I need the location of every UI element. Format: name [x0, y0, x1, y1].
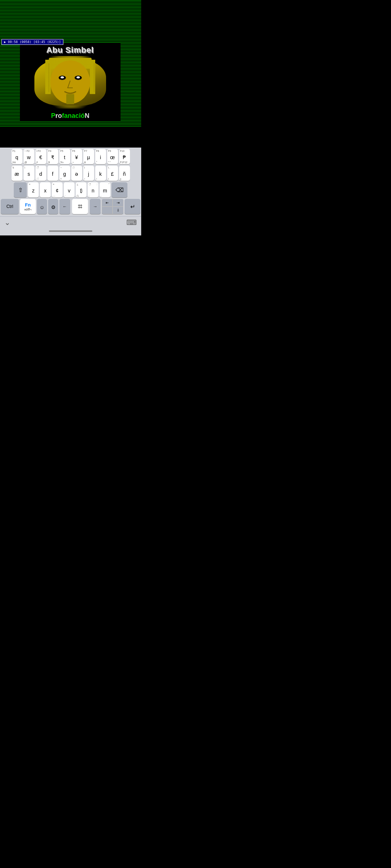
right-arrow-key[interactable]: →	[90, 199, 101, 214]
fn-label: Fn	[25, 202, 31, 208]
key-m[interactable]: " m ,	[100, 182, 110, 197]
svg-point-6	[60, 76, 64, 78]
shift-key[interactable]: ⇧	[14, 182, 27, 197]
game-title: Abu Simbel	[20, 46, 121, 55]
nav-cluster[interactable]: ⇤ ⇥ ⇩	[102, 199, 123, 214]
game-image[interactable]: Abu Simbel	[20, 43, 121, 121]
spacebar[interactable]: ⌗	[72, 199, 88, 214]
svg-rect-2	[90, 60, 95, 94]
nav-pgup[interactable]	[102, 207, 113, 214]
key-f[interactable]: f	[47, 166, 58, 181]
ctrl-key[interactable]: Ctrl	[1, 199, 19, 214]
status-bar: ▶ 00:58 (0058) [03:45 (0225)]	[1, 39, 63, 45]
return-key[interactable]: ↵	[125, 199, 140, 214]
settings-key[interactable]: ⚙	[48, 199, 58, 214]
subtitle-p: P	[51, 112, 55, 119]
keyboard-row-3: ⇧ « z x » ¢ … v · ¿ ₿ /¿ ◌̃ : n ;	[1, 182, 140, 197]
fn-bottom-label: πλ∇¬	[24, 208, 31, 211]
key-k[interactable]: k ›	[95, 166, 106, 181]
key-r-rupee[interactable]: F4 ₹ $	[47, 149, 58, 164]
keyboard-row-4: Ctrl Fn πλ∇¬ ☺ ⚙ ← ⌗ → ⇤ ⇥ ⇩ ↵	[1, 199, 140, 214]
ctrl-label: Ctrl	[7, 204, 13, 209]
fn-key[interactable]: Fn πλ∇¬	[20, 199, 36, 214]
key-i[interactable]: F8 i °	[95, 149, 106, 164]
key-y-yen[interactable]: F6 ¥ ¬	[71, 149, 82, 164]
keyboard-row-1: F1 q Ins ~ F2 w @ i F3 € # F4 ₹ $ F5 t %…	[1, 149, 140, 164]
key-d[interactable]: ◌̊ d ◌́	[35, 166, 46, 181]
svg-rect-8	[66, 94, 74, 104]
svg-point-7	[76, 76, 80, 78]
key-q[interactable]: F1 q Ins	[12, 149, 22, 164]
subtitle-fana: fanaci	[62, 112, 81, 119]
key-v[interactable]: v ·	[64, 182, 75, 197]
key-b-bitcoin[interactable]: ¿ ₿ /¿	[76, 182, 87, 197]
pharaoh-svg	[24, 56, 117, 109]
nav-pgdn[interactable]: ⇩	[113, 207, 123, 214]
key-o-oe[interactable]: F9 œ " "	[107, 149, 118, 164]
key-w[interactable]: ~ F2 w @	[24, 149, 34, 164]
keyboard: F1 q Ins ~ F2 w @ i F3 € # F4 ₹ $ F5 t %…	[0, 148, 141, 216]
key-a-ae[interactable]: \t æ `	[12, 166, 22, 181]
backspace-key[interactable]: ⌫	[112, 182, 127, 197]
bottom-black-area	[0, 127, 141, 148]
key-s[interactable]: i s	[24, 166, 34, 181]
game-subtitle: ProfanacióN	[20, 112, 121, 120]
hide-keyboard-button[interactable]: ⌄	[4, 218, 10, 227]
key-g[interactable]: − g +	[59, 166, 70, 181]
nav-home[interactable]: ⇤	[102, 199, 113, 207]
home-bar	[49, 230, 92, 232]
left-arrow-key[interactable]: ←	[59, 199, 70, 214]
key-j[interactable]: i j ‹	[83, 166, 94, 181]
emoji-key[interactable]: ☺	[37, 199, 47, 214]
key-x[interactable]: x	[40, 182, 51, 197]
key-t[interactable]: F5 t %₀	[59, 149, 70, 164]
pharaoh-graphic	[24, 56, 117, 109]
key-e-euro[interactable]: i F3 € #	[35, 149, 46, 164]
key-n[interactable]: ◌̃ : n ;	[88, 182, 98, 197]
nav-end[interactable]: ⇥	[113, 199, 123, 207]
key-u-mu[interactable]: F7 µ &	[83, 149, 94, 164]
bottom-bar: ⌄ ⌨	[0, 216, 141, 228]
svg-rect-1	[45, 60, 51, 94]
home-indicator	[0, 228, 141, 235]
key-z[interactable]: « z	[28, 182, 39, 197]
key-c-cent[interactable]: » ¢ …	[52, 182, 63, 197]
key-p-peso[interactable]: F10 ₱ F1F12	[119, 149, 130, 164]
emulator-screen: ▶ 00:58 (0058) [03:45 (0225)] Abu Simbel	[0, 0, 141, 127]
key-l-pound[interactable]: i . £ \	[107, 166, 118, 181]
key-ntilde[interactable]: ñ ç	[119, 166, 130, 181]
keyboard-switch-button[interactable]: ⌨	[126, 218, 137, 227]
key-h-schwa[interactable]: ◌̈ ə	[71, 166, 82, 181]
keyboard-row-2: \t æ ` i s ◌̊ d ◌́ f − g + ◌̈ ə i j ‹	[1, 166, 140, 181]
status-text: ▶ 00:58 (0058) [03:45 (0225)]	[4, 40, 61, 44]
